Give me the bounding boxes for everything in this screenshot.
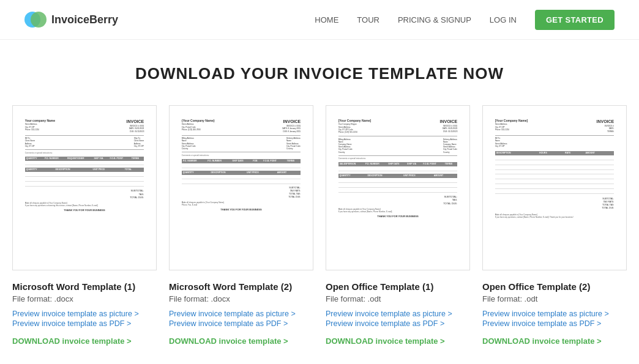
template-preview-word-2: {Your Company Name} Street AddressCity, … xyxy=(169,105,313,270)
preview-picture-link-word-2[interactable]: Preview invoice template as picture > xyxy=(169,310,313,318)
logo-icon xyxy=(24,9,47,31)
template-preview-word-1: Your company Name Street AddressCity, ST… xyxy=(12,105,157,270)
templates-grid: Your company Name Street AddressCity, ST… xyxy=(12,105,627,346)
preview-pdf-link-word-2[interactable]: Preview invoice template as PDF > xyxy=(169,319,313,328)
template-name-word-2: Microsoft Word Template (2) xyxy=(169,281,313,292)
main-nav: HOME TOUR PRICING & SIGNUP LOG IN GET ST… xyxy=(315,10,615,30)
preview-picture-link-word-1[interactable]: Preview invoice template as picture > xyxy=(12,310,157,318)
template-name-ooffice-1: Open Office Template (1) xyxy=(326,281,470,292)
template-card-word-1: Your company Name Street AddressCity, ST… xyxy=(12,105,157,346)
svg-point-1 xyxy=(31,12,47,28)
main-content: DOWNLOAD YOUR INVOICE TEMPLATE NOW Your … xyxy=(0,40,639,364)
preview-picture-link-ooffice-1[interactable]: Preview invoice template as picture > xyxy=(326,310,470,318)
invoice-sim-1: Your company Name Street AddressCity, ST… xyxy=(20,114,149,261)
template-links-ooffice-1: Preview invoice template as picture > Pr… xyxy=(326,310,470,328)
download-link-word-1[interactable]: DOWNLOAD invoice template > xyxy=(12,336,157,346)
template-preview-ooffice-1: [Your Company Name] Your Company SloganS… xyxy=(326,105,470,270)
template-preview-ooffice-2: [Your Company Name] Street AddressCity, … xyxy=(482,105,627,270)
download-link-word-2[interactable]: DOWNLOAD invoice template > xyxy=(169,336,313,346)
template-card-ooffice-2: [Your Company Name] Street AddressCity, … xyxy=(482,105,627,346)
template-format-ooffice-2: File format: .odt xyxy=(482,294,627,303)
header: InvoiceBerry HOME TOUR PRICING & SIGNUP … xyxy=(0,0,639,40)
template-format-word-1: File format: .docx xyxy=(12,294,157,303)
nav-pricing[interactable]: PRICING & SIGNUP xyxy=(398,15,471,24)
nav-home[interactable]: HOME xyxy=(315,15,338,24)
template-links-ooffice-2: Preview invoice template as picture > Pr… xyxy=(482,310,627,328)
preview-pdf-link-ooffice-1[interactable]: Preview invoice template as PDF > xyxy=(326,319,470,328)
template-links-word-2: Preview invoice template as picture > Pr… xyxy=(169,310,313,328)
preview-pdf-link-ooffice-2[interactable]: Preview invoice template as PDF > xyxy=(482,319,627,328)
download-link-ooffice-2[interactable]: DOWNLOAD invoice template > xyxy=(482,336,627,346)
template-name-ooffice-2: Open Office Template (2) xyxy=(482,281,627,292)
template-links-word-1: Preview invoice template as picture > Pr… xyxy=(12,310,157,328)
invoice-sim-3: [Your Company Name] Your Company SloganS… xyxy=(334,114,463,261)
preview-pdf-link-word-1[interactable]: Preview invoice template as PDF > xyxy=(12,319,157,328)
preview-picture-link-ooffice-2[interactable]: Preview invoice template as picture > xyxy=(482,310,627,318)
nav-tour[interactable]: TOUR xyxy=(357,15,379,24)
template-format-word-2: File format: .docx xyxy=(169,294,313,303)
template-name-word-1: Microsoft Word Template (1) xyxy=(12,281,157,292)
template-format-ooffice-1: File format: .odt xyxy=(326,294,470,303)
template-card-word-2: {Your Company Name} Street AddressCity, … xyxy=(169,105,313,346)
download-link-ooffice-1[interactable]: DOWNLOAD invoice template > xyxy=(326,336,470,346)
nav-login[interactable]: LOG IN xyxy=(490,15,517,24)
page-title: DOWNLOAD YOUR INVOICE TEMPLATE NOW xyxy=(12,64,627,83)
template-card-ooffice-1: [Your Company Name] Your Company SloganS… xyxy=(326,105,470,346)
invoice-sim-2: {Your Company Name} Street AddressCity, … xyxy=(177,114,306,261)
get-started-button[interactable]: GET STARTED xyxy=(535,10,615,30)
invoice-sim-4: [Your Company Name] Street AddressCity, … xyxy=(490,114,619,261)
logo-area: InvoiceBerry xyxy=(24,9,118,31)
logo-text: InvoiceBerry xyxy=(51,13,118,26)
